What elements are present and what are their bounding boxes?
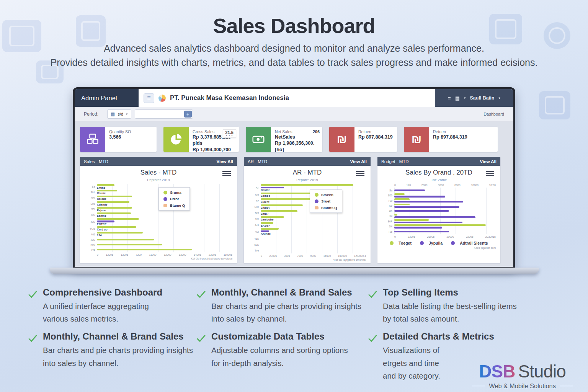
kpi-badge: 21.5 • • • bbox=[223, 129, 236, 138]
bar-label: ECTRE bbox=[97, 223, 232, 226]
chart-menu-icon[interactable] bbox=[222, 171, 231, 172]
chart-title: Sales - MTD bbox=[85, 169, 232, 176]
axis-tick: 2000 bbox=[421, 184, 428, 186]
panel-title: Sales - MTD bbox=[84, 159, 108, 164]
chart-row: 4SIAAlnac bbox=[261, 227, 366, 235]
list-icon[interactable]: ≡ bbox=[448, 95, 451, 101]
hero-section: Sales Dashboard Advanced sales analytics… bbox=[0, 14, 588, 68]
chart-row: K00 bbox=[97, 242, 232, 247]
x-axis: 0230052300520000220052030015 bbox=[394, 235, 496, 238]
axis-tick: 0 bbox=[394, 184, 396, 186]
legend-label: Sruma bbox=[170, 190, 181, 194]
view-all-link[interactable]: View All bbox=[217, 159, 233, 164]
chart-menu-icon[interactable] bbox=[356, 171, 364, 172]
axis-tick: 7300 bbox=[136, 253, 142, 256]
chart-subtitle: Tot: 2ame bbox=[382, 178, 496, 182]
user-menu[interactable]: Saull Baiin bbox=[470, 95, 494, 101]
panel-title: Budget - MTD bbox=[381, 159, 409, 164]
axis-tick: 22005 bbox=[466, 235, 473, 238]
chart-menu-icon[interactable] bbox=[486, 171, 494, 172]
grid-icon[interactable]: ▦ bbox=[455, 95, 460, 101]
breadcrumb[interactable]: Dashboard bbox=[483, 112, 504, 116]
feature-body: Bar charts and pie charts providing insi… bbox=[211, 300, 361, 325]
axis-tick: 0 bbox=[261, 255, 262, 257]
chart-row: 60S bbox=[261, 242, 366, 248]
feature-title: Comprehensive Dashboard bbox=[43, 287, 162, 298]
feature-monthly-channel-brand-1: Monthly, Channel & Brand Sales Bar chart… bbox=[196, 287, 368, 325]
hamburger-menu-icon[interactable]: ≡ bbox=[144, 93, 154, 103]
legend-dot-icon bbox=[163, 197, 167, 201]
bar bbox=[394, 210, 449, 212]
check-icon bbox=[196, 289, 206, 299]
period-chevron-down-icon: ▾ bbox=[126, 112, 128, 116]
background-icon-calendar bbox=[539, 91, 570, 119]
chart-row: Tvs bbox=[97, 247, 232, 252]
kpi-title: Quantity SO bbox=[109, 129, 131, 134]
axis-tick: 23005 bbox=[270, 255, 277, 257]
y-axis-tick: 4I0 bbox=[382, 209, 392, 212]
y-axis-tick: 44J5 bbox=[85, 227, 95, 230]
chart-row: S0P bbox=[394, 219, 496, 224]
kpi-card-net-sales: Net Sales NetSales Rp 1,986,356,300. [ho… bbox=[246, 127, 322, 152]
chart-row: J0S bbox=[97, 237, 232, 242]
feature-customizable-data-tables: Customizable Data Tables Adjustable colu… bbox=[196, 331, 368, 382]
chart-row: Tve bbox=[394, 229, 496, 234]
plot-area: SaS00T00I094I0J6IS0P20ITve bbox=[394, 188, 496, 234]
company-logo-icon bbox=[158, 95, 166, 102]
view-all-link[interactable]: View All bbox=[480, 159, 497, 164]
bar bbox=[394, 198, 410, 200]
logo-rest: Studio bbox=[518, 361, 565, 381]
period-to-input[interactable]: + bbox=[135, 109, 193, 119]
legend-label: Srseen bbox=[321, 193, 333, 197]
legend-dot-icon bbox=[420, 241, 424, 245]
bar bbox=[394, 227, 442, 229]
chart-caption: Kaes pkjatset com bbox=[382, 247, 496, 249]
axis-tick: 14005 bbox=[194, 253, 201, 256]
bar bbox=[261, 184, 353, 186]
add-button[interactable]: + bbox=[184, 111, 192, 118]
bar-label: AAlnac bbox=[261, 232, 366, 235]
axis-tick: 110005 bbox=[224, 253, 232, 256]
chart-row: 43S bbox=[261, 236, 366, 242]
feature-title: Monthly, Channel & Brand Sales bbox=[43, 331, 193, 342]
y-axis-tick: J6I bbox=[382, 215, 392, 217]
view-all-link[interactable]: View All bbox=[350, 159, 367, 164]
kpi-value: Rp 1,994,300,700 bbox=[193, 147, 231, 152]
kpi-badge: 206 bbox=[313, 129, 320, 134]
y-axis-tick: S05 bbox=[85, 202, 95, 205]
legend-item: Sruet bbox=[315, 199, 337, 203]
dsb-studio-logo: DSBStudio Web & Mobile Solutions bbox=[472, 361, 573, 390]
legend-item: Toeget bbox=[390, 241, 412, 245]
legend-item: Btame Q bbox=[163, 203, 185, 207]
legend-dot-icon bbox=[315, 206, 318, 209]
pie-chart-icon bbox=[163, 127, 189, 152]
logo-accent: DSB bbox=[479, 361, 515, 381]
y-axis-tick: Se bbox=[248, 186, 259, 189]
axis-tick: 20000 bbox=[446, 235, 454, 238]
laptop-screen: Admin Panel ≡ PT. Puncak Masa Keemasan I… bbox=[73, 87, 515, 269]
y-axis-tick: 43S bbox=[248, 237, 259, 240]
chevron-down-icon[interactable]: ▾ bbox=[464, 96, 466, 100]
axis-tick: 13000 bbox=[179, 253, 186, 256]
bar bbox=[394, 201, 463, 203]
y-axis-tick: Tve bbox=[382, 230, 392, 233]
kpi-card-return-1: ₪ Retuen Rp 897,884,319 bbox=[329, 127, 397, 152]
axis-tick: 120 bbox=[407, 184, 411, 186]
legend-item: Srseen bbox=[315, 193, 337, 197]
y-axis-tick: 60S bbox=[248, 243, 259, 246]
y-axis-tick: 02 bbox=[248, 199, 259, 202]
chart-subtitle: Pepate: 2019 bbox=[248, 178, 366, 182]
axis-tick: 7000 bbox=[297, 255, 303, 257]
bar bbox=[97, 239, 154, 241]
bar-label: Cm | uo bbox=[97, 228, 232, 231]
period-from-input[interactable]: ▤ s/d ▾ bbox=[107, 109, 131, 119]
axis-tick: 0 bbox=[394, 235, 396, 238]
axis-tick: 18000 bbox=[471, 184, 478, 186]
axis-tick: 150000 bbox=[338, 255, 347, 257]
legend-item: Urrot bbox=[163, 197, 185, 201]
user-chevron-down-icon[interactable]: ▾ bbox=[498, 96, 500, 100]
y-axis-tick: Sa bbox=[85, 185, 95, 188]
chart-caption: Kdt Gd Iryrostht ptrlasoc ecrvdtoral bbox=[85, 257, 232, 260]
boxes-icon bbox=[80, 127, 105, 152]
panel-ar-mtd: AR - MTD View All AR - MTD Pepate: 2019 … bbox=[244, 157, 371, 263]
